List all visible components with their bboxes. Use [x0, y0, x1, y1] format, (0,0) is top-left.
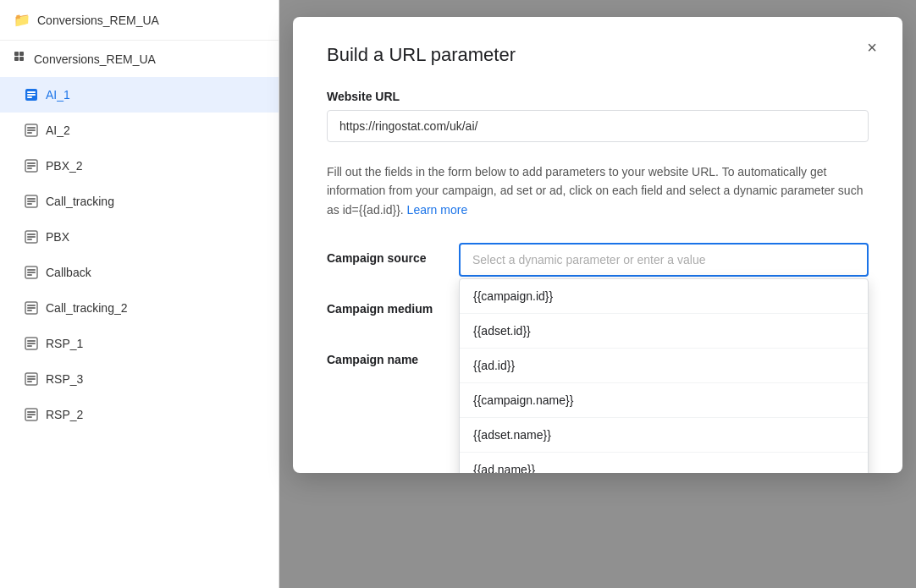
dropdown-item[interactable]: {{ad.name}} — [460, 453, 868, 473]
sidebar-item-label: RSP_1 — [46, 337, 83, 350]
svg-rect-30 — [27, 307, 36, 309]
sidebar-item-ai_2[interactable]: AI_2 — [0, 113, 279, 148]
svg-rect-19 — [27, 203, 32, 205]
modal-title: Build a URL parameter — [327, 44, 869, 66]
svg-rect-15 — [27, 168, 32, 169]
description-text: Fill out the fields in the form below to… — [327, 162, 869, 219]
svg-rect-38 — [27, 378, 36, 380]
sidebar-item-label: AI_1 — [46, 88, 70, 102]
sidebar-item-call_tracking[interactable]: Call_tracking — [0, 184, 279, 219]
svg-rect-33 — [27, 340, 36, 342]
svg-rect-27 — [27, 274, 32, 276]
svg-rect-1 — [19, 52, 24, 56]
page-icon — [24, 407, 39, 422]
sidebar-item-callback[interactable]: Callback — [0, 255, 279, 290]
sidebar-item-ai_1[interactable]: AI_1 — [0, 77, 279, 113]
sidebar-item-label: RSP_3 — [46, 372, 83, 386]
svg-rect-31 — [27, 310, 32, 311]
website-url-input[interactable] — [327, 110, 869, 142]
website-url-label: Website URL — [327, 90, 869, 103]
svg-rect-21 — [27, 234, 36, 235]
svg-rect-22 — [27, 236, 36, 238]
page-icon — [24, 300, 39, 316]
dropdown-items-container: {{campaign.id}}{{adset.id}}{{ad.id}}{{ca… — [460, 279, 868, 473]
campaign-source-label: Campaign source — [327, 243, 445, 265]
close-button[interactable]: × — [858, 34, 886, 61]
campaign-name-label: Campaign name — [327, 344, 445, 366]
page-icon — [24, 265, 39, 280]
svg-rect-0 — [14, 52, 19, 56]
campaign-source-input[interactable] — [459, 243, 869, 277]
dropdown-item[interactable]: {{ad.id}} — [460, 349, 868, 383]
page-icon — [24, 194, 39, 209]
sidebar-item-rsp_3[interactable]: RSP_3 — [0, 361, 279, 397]
sidebar-header: 📁 Conversions_REM_UA — [0, 0, 279, 41]
sidebar-items: AI_1AI_2PBX_2Call_trackingPBXCallbackCal… — [0, 77, 279, 432]
svg-rect-18 — [27, 201, 36, 202]
website-url-group: Website URL — [327, 90, 869, 142]
sidebar-item-label: Call_tracking — [46, 195, 114, 208]
svg-rect-41 — [27, 411, 36, 413]
svg-rect-43 — [27, 416, 32, 418]
svg-rect-13 — [27, 162, 36, 164]
learn-more-link[interactable]: Learn more — [407, 203, 468, 217]
svg-rect-6 — [27, 94, 36, 96]
svg-rect-2 — [14, 57, 19, 61]
svg-rect-34 — [27, 343, 36, 344]
dropdown-item[interactable]: {{adset.name}} — [460, 418, 868, 453]
sidebar-item-label: RSP_2 — [46, 408, 83, 421]
svg-rect-9 — [27, 127, 36, 129]
campaign-source-input-wrap: {{campaign.id}}{{adset.id}}{{ad.id}}{{ca… — [459, 243, 869, 277]
page-icon — [24, 123, 39, 138]
svg-rect-26 — [27, 272, 36, 273]
page-icon — [24, 158, 39, 173]
svg-rect-3 — [19, 57, 24, 61]
svg-rect-42 — [27, 414, 36, 415]
campaign-medium-label: Campaign medium — [327, 294, 445, 316]
dropdown-item[interactable]: {{campaign.id}} — [460, 279, 868, 314]
page-icon — [24, 371, 39, 387]
sidebar-header-label: Conversions_REM_UA — [37, 14, 159, 27]
sidebar-item-pbx[interactable]: PBX — [0, 219, 279, 255]
sidebar-item-rsp_2[interactable]: RSP_2 — [0, 397, 279, 432]
campaign-source-dropdown: {{campaign.id}}{{adset.id}}{{ad.id}}{{ca… — [459, 278, 869, 473]
dropdown-item[interactable]: {{campaign.name}} — [460, 383, 868, 418]
sidebar-item-label: PBX_2 — [46, 159, 83, 173]
dropdown-item[interactable]: {{adset.id}} — [460, 314, 868, 349]
svg-rect-25 — [27, 269, 36, 271]
sidebar-item-label: Call_tracking_2 — [46, 301, 128, 315]
grid-icon — [14, 51, 27, 67]
modal: × Build a URL parameter Website URL Fill… — [293, 17, 902, 473]
svg-rect-23 — [27, 239, 32, 240]
sidebar-parent-label: Conversions_REM_UA — [34, 52, 156, 66]
folder-icon: 📁 — [14, 12, 30, 28]
svg-rect-39 — [27, 381, 32, 382]
page-icon — [24, 336, 39, 351]
sidebar: 📁 Conversions_REM_UA Conversions_REM_UA … — [0, 0, 279, 588]
svg-rect-5 — [27, 91, 36, 93]
sidebar-item-label: AI_2 — [46, 124, 70, 137]
sidebar-item-rsp_1[interactable]: RSP_1 — [0, 326, 279, 361]
page-icon — [24, 87, 39, 102]
sidebar-item-call_tracking_2[interactable]: Call_tracking_2 — [0, 290, 279, 326]
svg-rect-14 — [27, 165, 36, 167]
campaign-source-row: Campaign source {{campaign.id}}{{adset.i… — [327, 243, 869, 277]
sidebar-item-pbx_2[interactable]: PBX_2 — [0, 148, 279, 184]
sidebar-item-label: Callback — [46, 266, 91, 279]
sidebar-item-label: PBX — [46, 230, 69, 244]
svg-rect-7 — [27, 96, 32, 98]
modal-overlay: × Build a URL parameter Website URL Fill… — [279, 0, 916, 588]
svg-rect-10 — [27, 129, 36, 131]
page-icon — [24, 229, 39, 245]
svg-rect-17 — [27, 198, 36, 200]
svg-rect-29 — [27, 305, 36, 306]
svg-rect-11 — [27, 132, 32, 134]
svg-rect-37 — [27, 376, 36, 377]
sidebar-parent[interactable]: Conversions_REM_UA — [0, 41, 279, 77]
svg-rect-35 — [27, 345, 32, 347]
